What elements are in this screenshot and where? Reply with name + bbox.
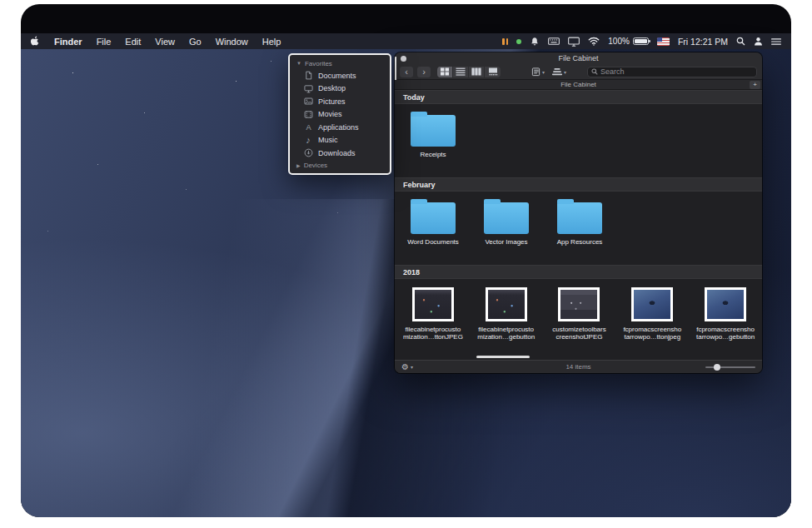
battery-icon — [633, 37, 649, 45]
slider-knob[interactable] — [714, 364, 720, 371]
search-icon — [591, 68, 598, 75]
section-header-today: Today — [395, 90, 762, 104]
file-item-image-2[interactable]: filecabinetprocustomization…gebutton — [473, 287, 540, 341]
file-label-line2: tarrowpo…ttonjpeg — [623, 333, 681, 341]
sidebar-item-movies[interactable]: Movies — [290, 108, 390, 122]
menu-item-finder[interactable]: Finder — [54, 37, 82, 47]
file-label-line1: filecabinetprocusto — [403, 326, 463, 333]
search-field[interactable] — [587, 67, 757, 77]
new-tab-button[interactable]: + — [750, 81, 760, 89]
folder-icon — [411, 202, 456, 234]
forward-button[interactable]: › — [417, 67, 431, 77]
chevron-down-icon: ▾ — [564, 69, 566, 75]
file-item-image-5[interactable]: fcpromacscreenshotarrowpo…gebutton — [692, 287, 759, 341]
apple-icon — [31, 36, 40, 47]
pictures-icon — [303, 97, 313, 106]
section-header-february: February — [395, 177, 762, 192]
sidebar-item-pictures[interactable]: Pictures — [290, 95, 390, 108]
file-label: Word Documents — [407, 238, 459, 246]
file-item-app-resources[interactable]: App Resources — [546, 200, 613, 246]
spotlight-search-icon[interactable] — [736, 37, 745, 46]
file-label-line2: tarrowpo…gebutton — [696, 333, 755, 341]
file-label: Vector Images — [485, 238, 527, 246]
status-indicator-green-icon[interactable] — [516, 39, 521, 44]
back-button[interactable]: ‹ — [400, 67, 413, 77]
icon-size-slider[interactable] — [705, 363, 755, 371]
tab-file-cabinet[interactable]: File Cabinet — [560, 81, 596, 88]
window-title: File Cabinet — [558, 54, 598, 62]
list-view-icon — [456, 67, 466, 76]
layers-icon — [552, 67, 562, 77]
file-item-vector-images[interactable]: Vector Images — [473, 200, 540, 246]
menu-item-view[interactable]: View — [155, 37, 175, 47]
action-popup-button[interactable]: ▾ — [530, 67, 546, 77]
gallery-view-button[interactable] — [485, 67, 501, 77]
action-gear-popup[interactable]: ⚙ ▾ — [401, 362, 413, 371]
sidebar-item-downloads[interactable]: Downloads — [290, 147, 390, 160]
file-item-word-documents[interactable]: Word Documents — [400, 200, 466, 246]
column-view-icon — [471, 67, 481, 76]
gear-icon: ⚙ — [401, 362, 409, 371]
sidebar-item-label: Documents — [318, 72, 356, 80]
folder-icon — [411, 115, 456, 147]
window-close-button[interactable] — [401, 56, 406, 62]
menu-item-window[interactable]: Window — [216, 37, 248, 47]
search-input[interactable] — [600, 67, 753, 76]
icon-view-button[interactable] — [437, 67, 453, 77]
notifications-bell-icon[interactable] — [530, 37, 540, 47]
group-popup-button[interactable]: ▾ — [550, 67, 568, 77]
downloads-icon — [303, 148, 313, 157]
sidebar-item-label: Downloads — [318, 149, 356, 157]
keyboard-icon[interactable] — [548, 37, 560, 46]
menu-item-file[interactable]: File — [97, 37, 112, 47]
window-titlebar[interactable]: File Cabinet — [395, 52, 762, 64]
disclosure-triangle-down-icon[interactable]: ▼ — [296, 61, 301, 66]
document-icon — [303, 71, 313, 80]
fast-user-switch-icon[interactable] — [754, 37, 763, 46]
file-item-image-4[interactable]: fcpromacscreenshotarrowpo…ttonjpeg — [619, 287, 685, 341]
devices-label: Devices — [304, 162, 327, 169]
file-item-image-1[interactable]: filecabinetprocustomization…ttonJPEG — [400, 287, 466, 341]
battery-status[interactable]: 100% — [608, 37, 649, 46]
file-browser: Today Receipts February Word Documents V… — [395, 90, 762, 360]
sidebar-item-label: Pictures — [318, 97, 346, 106]
file-item-receipts[interactable]: Receipts — [400, 112, 466, 158]
favorites-section-header[interactable]: ▼ Favorites — [290, 57, 390, 69]
notification-center-icon[interactable] — [771, 37, 781, 46]
menu-item-edit[interactable]: Edit — [125, 37, 141, 47]
sidebar-item-documents[interactable]: Documents — [290, 69, 390, 82]
file-label-line2: mization…gebutton — [477, 333, 535, 341]
chevron-down-icon: ▾ — [411, 364, 413, 370]
applications-icon: A — [303, 122, 313, 132]
year-2018-row: filecabinetprocustomization…ttonJPEG fil… — [395, 279, 762, 346]
menu-item-help[interactable]: Help — [262, 37, 281, 47]
tab-bar: File Cabinet + — [395, 80, 762, 90]
view-mode-switcher — [437, 67, 501, 77]
image-thumbnail — [486, 287, 527, 321]
sidebar-item-music[interactable]: ♪ Music — [290, 134, 390, 147]
image-thumbnail — [631, 287, 673, 321]
column-view-button[interactable] — [469, 67, 485, 77]
horizontal-scrollbar[interactable] — [476, 356, 530, 358]
menu-bar-clock[interactable]: Fri 12:21 PM — [678, 37, 728, 47]
sidebar-item-applications[interactable]: A Applications — [290, 121, 390, 134]
file-label-line2: creenshotJPEG — [552, 333, 605, 341]
sidebar-item-label: Applications — [318, 123, 359, 132]
file-item-image-3[interactable]: customizetoolbarscreenshotJPEG — [546, 287, 613, 341]
section-header-2018: 2018 — [395, 265, 762, 279]
menu-item-go[interactable]: Go — [189, 37, 202, 47]
mac-screen: Finder File Edit View Go Window Help — [21, 4, 791, 517]
apple-menu[interactable] — [31, 36, 40, 47]
sidebar-item-desktop[interactable]: Desktop — [290, 82, 390, 96]
devices-section-header[interactable]: ▶ Devices — [290, 160, 390, 172]
file-label-line1: fcpromacscreensho — [696, 326, 755, 333]
status-indicator-orange-icon[interactable] — [502, 38, 508, 45]
wifi-icon[interactable] — [588, 37, 600, 46]
list-view-button[interactable] — [453, 67, 469, 77]
input-language-flag-icon[interactable] — [657, 37, 670, 46]
display-mirroring-icon[interactable] — [568, 37, 580, 47]
chevron-down-icon: ▾ — [542, 69, 545, 75]
grid-view-icon — [440, 67, 450, 76]
file-label: Receipts — [420, 151, 446, 158]
disclosure-triangle-right-icon[interactable]: ▶ — [296, 162, 301, 168]
